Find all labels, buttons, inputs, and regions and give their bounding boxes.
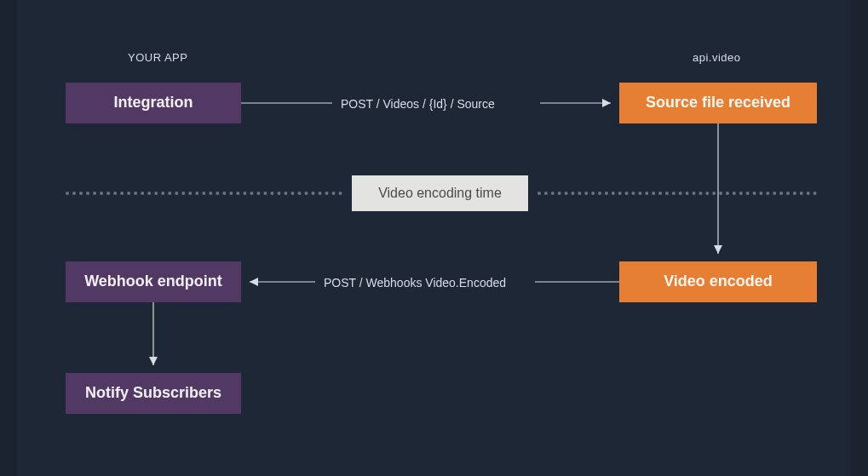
header-your-app: YOUR APP: [128, 51, 187, 64]
node-webhook-endpoint: Webhook endpoint: [66, 261, 241, 302]
flow-post-webhook: POST / Webhooks Video.Encoded: [324, 276, 506, 290]
node-integration: Integration: [66, 83, 241, 123]
svg-marker-2: [602, 99, 611, 107]
flow-post-source: POST / Videos / {Id} / Source: [341, 97, 495, 111]
divider-dotted-left: [66, 192, 342, 195]
node-encoding-time: Video encoding time: [352, 175, 528, 211]
node-notify-subscribers: Notify Subscribers: [66, 373, 241, 414]
node-video-encoded: Video encoded: [619, 261, 817, 302]
svg-marker-7: [250, 278, 258, 286]
node-source-received: Source file received: [619, 83, 817, 123]
svg-marker-9: [149, 357, 158, 365]
header-api-video: api.video: [693, 51, 741, 64]
diagram-canvas: YOUR APP api.video Integration Source fi…: [17, 0, 851, 476]
divider-dotted-right: [537, 192, 817, 195]
svg-marker-4: [714, 245, 722, 254]
